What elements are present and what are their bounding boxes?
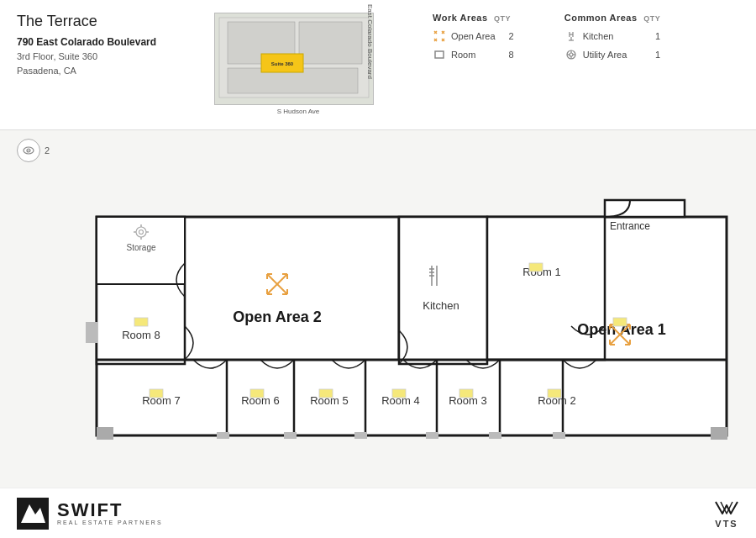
thumbnail-svg: Suite 360	[215, 13, 374, 105]
room-label: Room	[451, 50, 496, 60]
floor-map-thumbnail: Suite 360 S Hudson Ave East Colarado Bou…	[214, 13, 382, 115]
svg-rect-47	[426, 432, 438, 439]
property-address-line1: 790 East Colarado Boulevard	[17, 35, 202, 50]
svg-rect-46	[354, 432, 367, 439]
room-legend-item: Room 8	[433, 48, 514, 61]
swift-text: SWIFT REAL ESTATE PARTNERS	[57, 501, 163, 525]
svg-rect-44	[217, 432, 229, 439]
svg-rect-102	[392, 389, 406, 398]
zoom-button[interactable]	[17, 139, 40, 162]
zoom-level: 2	[45, 145, 50, 156]
company-sub: REAL ESTATE PARTNERS	[57, 520, 163, 525]
kitchen-legend-item: Kitchen 1	[564, 29, 660, 43]
floorplan-area: 2	[0, 130, 756, 452]
map-thumbnail-grid: Suite 360 S Hudson Ave	[214, 13, 374, 105]
header: The Terrace 790 East Colarado Boulevard …	[0, 0, 756, 130]
svg-rect-104	[548, 389, 561, 398]
utility-icon	[564, 48, 578, 61]
svg-rect-32	[399, 217, 487, 364]
utility-legend-item: Utility Area 1	[564, 48, 660, 61]
room-icon	[433, 48, 446, 61]
svg-rect-97	[529, 263, 543, 272]
svg-rect-49	[553, 432, 565, 439]
svg-text:Open Area 2: Open Area 2	[233, 309, 321, 325]
room-qty: 8	[509, 50, 514, 60]
svg-rect-103	[459, 389, 473, 398]
common-areas-title: Common Areas QTY	[564, 13, 660, 23]
street-label-bottom-text: S Hudson Ave	[214, 108, 382, 115]
svg-rect-101	[319, 389, 333, 398]
svg-rect-51	[86, 322, 97, 343]
svg-point-28	[28, 150, 29, 151]
svg-point-21	[570, 53, 573, 56]
vts-logo: VTS	[714, 498, 739, 529]
svg-rect-50	[711, 427, 727, 440]
vts-label: VTS	[715, 519, 738, 529]
eye-icon	[23, 145, 34, 156]
svg-text:Kitchen: Kitchen	[423, 299, 459, 312]
svg-text:Entrance: Entrance	[610, 220, 650, 232]
open-area-label: Open Area	[451, 31, 496, 41]
company-name: SWIFT	[57, 501, 163, 520]
svg-rect-45	[284, 432, 297, 439]
kitchen-icon	[564, 29, 578, 43]
swift-logo: SWIFT REAL ESTATE PARTNERS	[17, 498, 163, 530]
utility-label: Utility Area	[583, 50, 642, 60]
swift-logo-icon	[17, 498, 49, 530]
property-address-line3: Pasadena, CA	[17, 64, 202, 79]
svg-text:Suite 360: Suite 360	[271, 61, 294, 66]
common-areas-legend: Common Areas QTY Kitchen 1	[564, 13, 660, 66]
svg-rect-48	[489, 432, 501, 439]
kitchen-label: Kitchen	[583, 31, 642, 41]
open-area-legend-item: Open Area 2	[433, 29, 514, 43]
svg-rect-33	[487, 217, 605, 360]
property-info: The Terrace 790 East Colarado Boulevard …	[17, 13, 202, 79]
zoom-control: 2	[17, 139, 739, 162]
kitchen-qty: 1	[655, 31, 660, 41]
svg-rect-43	[97, 427, 113, 440]
svg-rect-100	[250, 389, 264, 398]
work-areas-legend: Work Areas QTY Open Area	[433, 13, 514, 66]
svg-text:Storage: Storage	[126, 243, 155, 252]
work-areas-title: Work Areas QTY	[433, 13, 514, 23]
property-name: The Terrace	[17, 13, 202, 30]
legend-section: Work Areas QTY Open Area	[433, 13, 660, 66]
utility-qty: 1	[655, 50, 660, 60]
property-address-line2: 3rd Floor, Suite 360	[17, 50, 202, 65]
svg-rect-98	[613, 318, 627, 326]
vts-logo-icon	[714, 498, 739, 517]
street-label-right: East Colarado Boulevard	[366, 4, 374, 79]
svg-rect-96	[134, 318, 148, 326]
open-area-qty: 2	[509, 31, 514, 41]
open-area-icon	[433, 29, 446, 43]
svg-rect-14	[435, 51, 444, 58]
svg-rect-30	[605, 200, 685, 217]
svg-rect-99	[150, 389, 163, 398]
footer: SWIFT REAL ESTATE PARTNERS VTS	[0, 488, 756, 538]
svg-text:Room 8: Room 8	[122, 329, 160, 341]
svg-rect-2	[299, 22, 362, 64]
floorplan-svg: Open Area 2 Open Area 1 Room 1 Kitchen S…	[17, 166, 739, 444]
